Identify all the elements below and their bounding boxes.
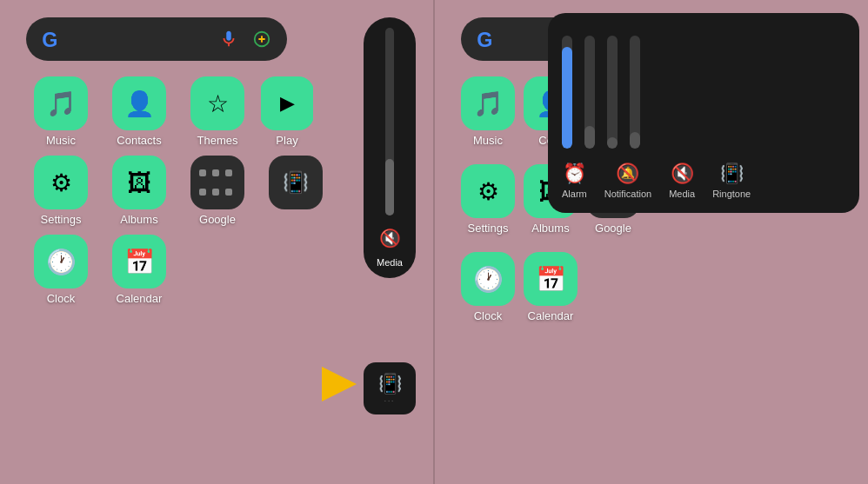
svg-text:G: G — [42, 29, 57, 51]
clock-icon-right: 🕐 — [461, 252, 515, 306]
play-icon: ▶ — [261, 76, 313, 130]
contacts-label: Contacts — [117, 134, 161, 147]
calendar-icon-left: 📅 — [112, 235, 166, 288]
volume-fill-1 — [562, 47, 572, 149]
app-music-right[interactable]: 🎵 Music — [461, 76, 515, 147]
vibrate-dots: ··· — [384, 397, 396, 405]
contacts-icon: 👤 — [112, 76, 166, 130]
clock-label-left: Clock — [47, 292, 76, 305]
volume-fill — [385, 159, 394, 215]
volume-slider-4[interactable] — [630, 36, 640, 149]
themes-icon: ☆ — [190, 76, 244, 130]
calendar-label-right: Calendar — [528, 309, 574, 322]
alarm-icon: ⏰ — [563, 162, 586, 185]
music-label-right: Music — [473, 134, 503, 147]
settings-label: Settings — [41, 213, 82, 226]
alarm-label: Alarm — [562, 189, 587, 199]
volume-sliders — [562, 27, 845, 149]
media-ctrl-label: Media — [669, 189, 695, 199]
google-icon — [190, 156, 244, 209]
ringtone-icon: 📳 — [720, 162, 744, 185]
volume-fill-3 — [607, 137, 618, 149]
google-logo-right: G — [475, 27, 499, 51]
vol-ctrl-notification[interactable]: 🔕 Notification — [604, 162, 651, 199]
app-google-left[interactable]: Google — [183, 156, 252, 226]
google-logo-left: G — [40, 27, 64, 51]
notification-icon: 🔕 — [616, 162, 639, 185]
vibrate-toggle-btn[interactable]: 📳 ··· — [364, 362, 416, 414]
volume-slider-1[interactable] — [562, 36, 572, 149]
vibrate-btn-icon: 📳 — [378, 373, 402, 395]
volume-popup[interactable]: ⏰ Alarm 🔕 Notification 🔇 Media 📳 Rington… — [548, 13, 859, 213]
arrow-indicator — [322, 367, 357, 401]
albums-label: Albums — [120, 213, 157, 226]
volume-fill-2 — [584, 126, 595, 149]
ringtone-label: Ringtone — [712, 189, 751, 199]
vol-ctrl-media[interactable]: 🔇 Media — [669, 162, 695, 199]
app-calendar-right[interactable]: 📅 Calendar — [524, 252, 578, 322]
albums-icon: 🖼 — [112, 156, 166, 209]
clock-label-right: Clock — [474, 309, 503, 322]
play-label: Play — [276, 134, 297, 147]
google-label-right: Google — [595, 222, 631, 235]
media-mute-icon: 🔇 — [379, 228, 401, 249]
app-music-left[interactable]: 🎵 Music — [26, 76, 96, 147]
albums-label-right: Albums — [531, 222, 569, 235]
vibrate-icon: 📳 — [269, 156, 323, 209]
right-panel: G 🎵 Music 👤 Cont ⚙ — [435, 0, 868, 484]
media-label: Media — [377, 257, 403, 268]
app-vibrate-btn[interactable]: 📳 — [261, 156, 331, 226]
app-calendar-left[interactable]: 📅 Calendar — [104, 235, 174, 305]
app-themes-left[interactable]: ☆ Themes — [183, 76, 252, 147]
right-app-row3: 🕐 Clock 📅 Calendar — [461, 252, 842, 322]
themes-label: Themes — [197, 134, 238, 147]
app-settings-right[interactable]: ⚙ Settings — [461, 164, 515, 235]
notification-label: Notification — [604, 189, 651, 199]
clock-icon-left: 🕐 — [34, 235, 88, 288]
settings-label-right: Settings — [468, 222, 509, 235]
app-albums-left[interactable]: 🖼 Albums — [104, 156, 174, 226]
lens-icon[interactable] — [250, 28, 273, 50]
volume-controls-row: ⏰ Alarm 🔕 Notification 🔇 Media 📳 Rington… — [562, 162, 845, 199]
music-label: Music — [46, 134, 76, 147]
music-icon-right: 🎵 — [461, 76, 515, 130]
app-settings-left[interactable]: ⚙ Settings — [26, 156, 96, 226]
media-icon: 🔇 — [671, 162, 694, 185]
volume-slider-3[interactable] — [607, 36, 618, 149]
settings-icon-right: ⚙ — [461, 164, 515, 218]
volume-track — [385, 28, 394, 215]
vol-ctrl-alarm[interactable]: ⏰ Alarm — [562, 162, 587, 199]
music-icon: 🎵 — [34, 76, 88, 130]
app-play-left[interactable]: ▶ Play — [261, 76, 313, 147]
search-bar-left[interactable]: G — [26, 17, 287, 61]
volume-fill-4 — [630, 132, 640, 149]
svg-text:G: G — [477, 29, 492, 51]
app-contacts-left[interactable]: 👤 Contacts — [104, 76, 174, 147]
app-clock-left[interactable]: 🕐 Clock — [26, 235, 96, 305]
left-panel: G 🎵 Music 👤 Contacts ☆ — [0, 0, 433, 484]
volume-panel-left[interactable]: 🔇 Media — [364, 17, 416, 278]
settings-icon: ⚙ — [34, 156, 88, 209]
app-grid-left: 🎵 Music 👤 Contacts ☆ Themes ▶ Play ⚙ Set… — [26, 76, 407, 305]
calendar-icon-right: 📅 — [524, 252, 578, 306]
mic-icon[interactable] — [217, 28, 240, 50]
vol-ctrl-ringtone[interactable]: 📳 Ringtone — [712, 162, 751, 199]
app-clock-right[interactable]: 🕐 Clock — [461, 252, 515, 322]
calendar-label-left: Calendar — [117, 292, 163, 305]
google-label: Google — [199, 213, 236, 226]
volume-slider-2[interactable] — [584, 36, 595, 149]
